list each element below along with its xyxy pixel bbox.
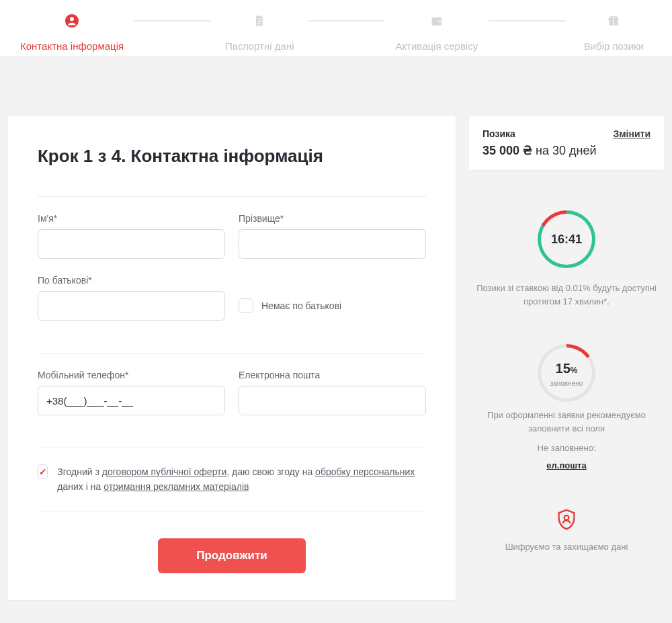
timer-circle: 16:41	[538, 210, 595, 268]
step-label: Вибір позики	[584, 40, 644, 52]
email-field-wrap: Електронна пошта	[239, 370, 426, 415]
email-input[interactable]	[239, 386, 426, 415]
step-activation[interactable]: Активація сервісу	[395, 12, 478, 52]
svg-rect-4	[258, 23, 261, 24]
phone-field-wrap: Мобільний телефон*	[38, 370, 225, 415]
first-name-input[interactable]	[38, 229, 225, 259]
stepper: Контактна інформація Паспортні дані Акти…	[0, 0, 672, 56]
step-passport[interactable]: Паспортні дані	[222, 12, 298, 52]
consent-row: Згодний з договором публічної оферти, да…	[38, 464, 426, 495]
last-name-label: Прізвище*	[239, 213, 426, 224]
step-label: Контактна інформація	[20, 40, 124, 52]
progress-value: 15%	[556, 358, 578, 378]
personal-data-link[interactable]: обробку персональних	[315, 466, 415, 477]
timer-note: Позики зі ставкою від 0.01% будуть досту…	[469, 282, 664, 308]
step-loan-select[interactable]: Вибір позики	[576, 12, 652, 52]
user-circle-icon	[63, 12, 81, 30]
first-name-label: Ім'я*	[38, 213, 225, 224]
progress-sub: заповнено	[550, 378, 583, 388]
consent-text-part: Згодний з	[57, 466, 101, 477]
svg-point-11	[564, 515, 569, 520]
svg-point-7	[439, 21, 441, 22]
svg-rect-2	[258, 19, 263, 19]
sidebar: Позика Змінити 35 000 ₴ на 30 дней 16:41…	[469, 116, 664, 600]
missing-field-link[interactable]: ел.пошта	[546, 460, 586, 470]
step-divider	[308, 20, 384, 22]
patronymic-field-wrap: По батькові*	[38, 275, 225, 321]
marketing-link[interactable]: отримання рекламних матеріалів	[103, 481, 249, 492]
patronymic-input[interactable]	[38, 291, 225, 321]
progress-note1: При оформленні заявки рекомендуємо запов…	[469, 409, 664, 435]
loan-amount-line: 35 000 ₴ на 30 дней	[482, 143, 650, 158]
consent-text-part: даних і на	[57, 481, 103, 492]
gift-icon	[605, 12, 622, 30]
change-loan-link[interactable]: Змінити	[613, 128, 650, 139]
shield-user-icon	[555, 508, 578, 531]
progress-circle: 15% заповнено	[538, 344, 595, 402]
progress-block: 15% заповнено При оформленні заявки реко…	[469, 344, 664, 472]
no-patronymic-wrap: Немає по батькові	[239, 275, 426, 321]
patronymic-label: По батькові*	[38, 275, 225, 286]
step-divider	[489, 20, 564, 22]
document-icon	[251, 12, 268, 30]
loan-summary-title: Позика	[482, 128, 515, 139]
email-label: Електронна пошта	[239, 370, 426, 380]
step-label: Паспортні дані	[225, 40, 294, 52]
security-note: Шифруємо та захищаємо дані	[505, 540, 628, 554]
divider	[38, 511, 426, 511]
phone-label: Мобільний телефон*	[38, 370, 225, 380]
first-name-field-wrap: Ім'я*	[38, 213, 225, 259]
last-name-input[interactable]	[239, 229, 426, 259]
no-patronymic-label: Немає по батькові	[261, 300, 341, 311]
no-patronymic-checkbox[interactable]	[239, 298, 253, 313]
svg-point-1	[70, 17, 74, 21]
consent-checkbox[interactable]	[38, 464, 48, 479]
wallet-icon	[428, 12, 446, 30]
offer-contract-link[interactable]: договором публічної оферти	[102, 466, 227, 477]
loan-duration: на 30 дней	[532, 144, 596, 157]
step-contact-info[interactable]: Контактна інформація	[20, 12, 124, 52]
phone-input[interactable]	[38, 386, 225, 415]
loan-summary: Позика Змінити 35 000 ₴ на 30 дней	[469, 116, 664, 170]
progress-note2: Не заповнено:	[469, 442, 664, 455]
step-divider	[134, 20, 210, 22]
timer-value: 16:41	[551, 231, 582, 249]
consent-text-part: , даю свою згоду на	[226, 466, 315, 477]
last-name-field-wrap: Прізвище*	[239, 213, 426, 259]
page-title: Крок 1 з 4. Контактна інформація	[38, 146, 426, 167]
security-block: Шифруємо та захищаємо дані	[469, 508, 664, 554]
timer-block: 16:41 Позики зі ставкою від 0.01% будуть…	[469, 210, 664, 308]
loan-amount: 35 000 ₴	[482, 144, 532, 157]
svg-rect-10	[613, 18, 614, 26]
step-label: Активація сервісу	[395, 40, 478, 52]
svg-rect-3	[258, 21, 263, 22]
divider	[38, 448, 426, 448]
divider	[38, 353, 426, 354]
consent-text: Згодний з договором публічної оферти, да…	[57, 464, 426, 495]
form-card: Крок 1 з 4. Контактна інформація Ім'я* П…	[8, 116, 456, 600]
divider	[38, 196, 426, 197]
continue-button[interactable]: Продовжити	[158, 538, 306, 573]
